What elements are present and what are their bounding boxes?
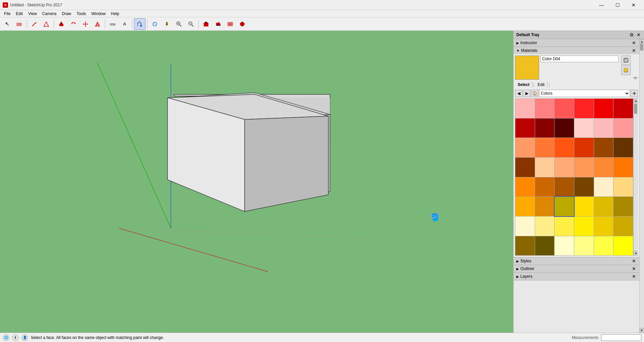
color-cell[interactable] bbox=[614, 118, 633, 138]
instructor-close[interactable]: ✕ bbox=[631, 40, 637, 46]
color-cell[interactable] bbox=[594, 197, 614, 216]
menu-draw[interactable]: Draw bbox=[59, 11, 74, 17]
color-cell[interactable] bbox=[535, 138, 555, 157]
shape-tool[interactable] bbox=[41, 18, 52, 30]
materials-close[interactable]: ✕ bbox=[631, 48, 637, 53]
user-button[interactable]: 👤 bbox=[21, 334, 28, 341]
outliner-header[interactable]: ▶ Outliner ✕ bbox=[514, 265, 639, 272]
panel-scroll-down[interactable]: ▼ bbox=[640, 328, 644, 333]
instructor-header[interactable]: ▶ Instructor ✕ bbox=[514, 39, 639, 47]
menu-file[interactable]: File bbox=[1, 11, 13, 17]
color-cell[interactable] bbox=[535, 118, 555, 138]
color-cell[interactable] bbox=[555, 138, 574, 157]
zoom-extent-tool[interactable] bbox=[185, 18, 197, 30]
color-cell[interactable] bbox=[574, 177, 594, 197]
color-cell[interactable] bbox=[614, 236, 633, 256]
color-cell[interactable] bbox=[555, 118, 574, 138]
titlebar-controls[interactable]: — ☐ ✕ bbox=[594, 0, 641, 10]
color-cell[interactable] bbox=[515, 158, 535, 177]
add-material-button[interactable] bbox=[631, 90, 638, 97]
pencil-tool[interactable] bbox=[28, 18, 40, 30]
outliner-close[interactable]: ✕ bbox=[631, 266, 637, 271]
info-button[interactable]: ℹ bbox=[12, 334, 19, 341]
minimize-button[interactable]: — bbox=[594, 0, 609, 10]
color-cell[interactable] bbox=[574, 138, 594, 157]
color-cell[interactable] bbox=[515, 99, 535, 118]
nav-forward-button[interactable]: ▶ bbox=[523, 90, 530, 97]
color-cell[interactable] bbox=[614, 217, 633, 236]
color-cell[interactable] bbox=[594, 138, 614, 157]
menu-tools[interactable]: Tools bbox=[74, 11, 89, 17]
colors-dropdown[interactable]: ColorsAsphalt and ConcreteBrick and Clad… bbox=[539, 90, 630, 97]
color-cell[interactable] bbox=[555, 236, 574, 256]
tape-tool[interactable] bbox=[107, 18, 118, 30]
color-cell[interactable] bbox=[594, 217, 614, 236]
menu-edit[interactable]: Edit bbox=[13, 11, 25, 17]
color-name-input[interactable] bbox=[540, 56, 619, 62]
color-cell[interactable] bbox=[574, 236, 594, 256]
select-tool[interactable]: ↖ bbox=[1, 18, 13, 30]
save-material-button[interactable] bbox=[621, 56, 631, 65]
tray-settings-button[interactable]: ⚙ bbox=[629, 32, 635, 37]
move-tool[interactable] bbox=[80, 18, 91, 30]
maximize-button[interactable]: ☐ bbox=[610, 0, 625, 10]
rotate-tool[interactable] bbox=[68, 18, 79, 30]
scroll-down-button[interactable]: ▼ bbox=[634, 251, 638, 256]
color-cell[interactable] bbox=[555, 158, 574, 177]
color-cell[interactable] bbox=[515, 138, 535, 157]
offset-tool[interactable] bbox=[92, 18, 103, 30]
color-grid-scrollbar[interactable]: ▲ ▼ bbox=[633, 98, 638, 256]
color-cell[interactable] bbox=[535, 236, 555, 256]
layers-close[interactable]: ✕ bbox=[631, 274, 637, 279]
color-cell[interactable] bbox=[555, 177, 574, 197]
color-cell[interactable] bbox=[555, 99, 574, 118]
color-cell[interactable] bbox=[614, 177, 633, 197]
color-cell[interactable] bbox=[574, 217, 594, 236]
styles-close[interactable]: ✕ bbox=[631, 258, 637, 264]
tab-select[interactable]: Select bbox=[515, 82, 532, 88]
panel-scroll-thumb[interactable] bbox=[640, 44, 643, 51]
menu-view[interactable]: View bbox=[25, 11, 40, 17]
styles-header[interactable]: ▶ Styles ✕ bbox=[514, 257, 639, 265]
menu-camera[interactable]: Camera bbox=[40, 11, 59, 17]
color-cell[interactable] bbox=[614, 138, 633, 157]
color-cell[interactable] bbox=[555, 217, 574, 236]
color-cell[interactable] bbox=[515, 197, 535, 216]
color-cell[interactable] bbox=[614, 197, 633, 216]
color-cell[interactable] bbox=[594, 177, 614, 197]
geo-button[interactable]: 🌐 bbox=[3, 334, 9, 341]
color-cell[interactable] bbox=[594, 118, 614, 138]
color-cell[interactable] bbox=[515, 118, 535, 138]
ruby-tool[interactable] bbox=[237, 18, 248, 30]
eraser-tool[interactable] bbox=[13, 18, 25, 30]
share-tool[interactable] bbox=[212, 18, 224, 30]
viewport[interactable]: 🪣 bbox=[0, 31, 513, 333]
color-cell[interactable] bbox=[594, 236, 614, 256]
nav-home-button[interactable]: 🏠 bbox=[531, 90, 538, 97]
menu-window[interactable]: Window bbox=[89, 11, 109, 17]
color-cell[interactable] bbox=[515, 217, 535, 236]
panel-scroll-up[interactable]: ▲ bbox=[640, 39, 644, 44]
menu-help[interactable]: Help bbox=[108, 11, 122, 17]
color-cell[interactable] bbox=[535, 197, 555, 216]
color-cell[interactable] bbox=[614, 158, 633, 177]
color-cell[interactable] bbox=[614, 99, 633, 118]
measurements-input[interactable] bbox=[601, 334, 641, 341]
color-cell[interactable] bbox=[594, 99, 614, 118]
color-cell[interactable] bbox=[574, 197, 594, 216]
color-cell[interactable] bbox=[515, 236, 535, 256]
zoom-tool[interactable] bbox=[173, 18, 185, 30]
color-cell[interactable] bbox=[594, 158, 614, 177]
color-cell[interactable] bbox=[574, 158, 594, 177]
color-cell[interactable] bbox=[535, 217, 555, 236]
color-cell-selected[interactable] bbox=[555, 197, 574, 216]
pan-tool[interactable] bbox=[161, 18, 173, 30]
color-cell[interactable] bbox=[515, 177, 535, 197]
color-cell[interactable] bbox=[535, 177, 555, 197]
swatch-button[interactable] bbox=[621, 66, 631, 75]
scenes-tool[interactable] bbox=[224, 18, 236, 30]
scroll-up-button[interactable]: ▲ bbox=[634, 98, 638, 103]
color-cell[interactable] bbox=[574, 118, 594, 138]
color-cell[interactable] bbox=[535, 99, 555, 118]
right-panel-scrollbar[interactable]: ▲ ▼ bbox=[639, 39, 644, 333]
